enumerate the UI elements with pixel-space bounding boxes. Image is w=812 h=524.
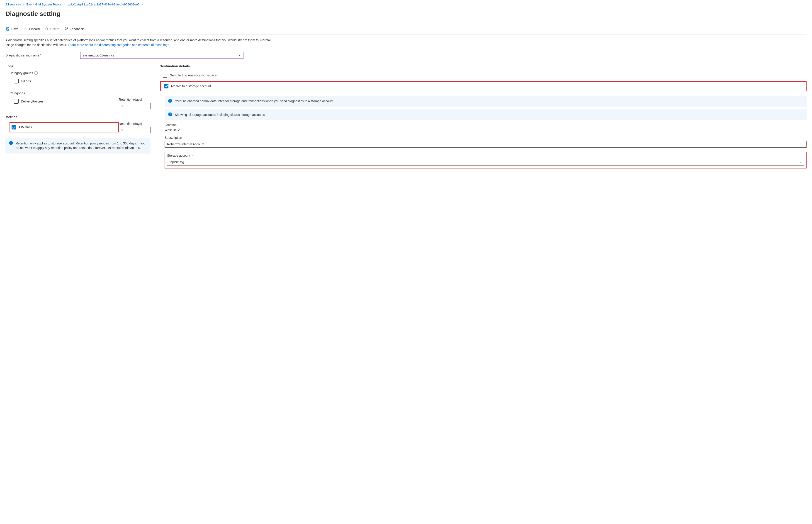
feedback-icon — [64, 27, 68, 31]
chevron-right-icon: › — [22, 3, 26, 6]
destination-heading: Destination details — [160, 64, 807, 68]
categories-label: Categories — [10, 92, 150, 95]
category-groups-label: Category groups — [10, 71, 33, 75]
close-icon — [23, 27, 28, 31]
allmetrics-checkbox[interactable] — [12, 125, 16, 130]
location-value: West US 2 — [165, 128, 807, 132]
logs-heading: Logs — [5, 64, 150, 68]
info-icon[interactable]: i — [34, 71, 38, 75]
deliveryfailures-checkbox[interactable] — [14, 99, 19, 104]
learn-more-link[interactable]: Learn more about the different log categ… — [68, 43, 169, 47]
breadcrumb-link-topic[interactable]: topic01stg-811a624a-8a77-437e-89de-dfeb5… — [67, 3, 139, 6]
allmetrics-label: AllMetrics — [18, 126, 32, 129]
retention-metrics-input[interactable] — [119, 127, 150, 133]
storage-label: Storage account * — [167, 154, 804, 157]
metrics-heading: Metrics — [5, 115, 150, 119]
retention-label: Retention (days) — [119, 98, 150, 101]
breadcrumb-link-all-services[interactable]: All services — [5, 3, 21, 6]
location-label: Location — [165, 123, 807, 127]
chevron-down-icon: ⌵ — [800, 161, 801, 164]
checkmark-icon: ✓ — [238, 53, 241, 57]
breadcrumb-link-event-grid[interactable]: Event Grid System Topics — [26, 3, 61, 6]
charge-info-text: You'll be charged normal data rates for … — [175, 99, 334, 103]
law-checkbox[interactable] — [163, 73, 167, 78]
alllogs-label: allLogs — [21, 79, 31, 83]
storage-select[interactable]: topic01stg ⌵ — [167, 159, 804, 165]
svg-point-0 — [65, 28, 66, 29]
delete-button: Delete — [44, 26, 60, 32]
description-text: A diagnostic setting specifies a list of… — [5, 38, 273, 47]
breadcrumb: All services › Event Grid System Topics … — [5, 3, 807, 6]
more-menu-icon[interactable]: ··· — [64, 12, 68, 16]
delete-icon — [45, 27, 49, 31]
save-icon — [6, 27, 10, 31]
retention-info-text: Retention only applies to storage accoun… — [16, 141, 147, 150]
deliveryfailures-label: DeliveryFailures — [21, 100, 44, 103]
subscription-label: Subscription — [165, 136, 807, 140]
feedback-button[interactable]: Feedback — [64, 26, 84, 32]
chevron-right-icon: › — [140, 3, 144, 6]
chevron-right-icon: › — [62, 3, 66, 6]
retention-delivery-input[interactable] — [119, 103, 150, 109]
chevron-down-icon: ⌵ — [802, 143, 804, 146]
archive-label: Archive to a storage account — [171, 84, 211, 88]
save-button[interactable]: Save — [5, 26, 19, 32]
alllogs-checkbox[interactable] — [14, 79, 19, 83]
info-icon: i — [168, 113, 172, 116]
discard-button[interactable]: Discard — [23, 26, 40, 32]
diagnostic-name-label: Diagnostic setting name* — [5, 53, 80, 57]
retention-metrics-label: Retention (days) — [119, 122, 150, 126]
info-icon: i — [9, 141, 13, 145]
law-label: Send to Log Analytics workspace — [170, 73, 216, 77]
info-icon: i — [168, 99, 172, 103]
page-title: Diagnostic setting — [5, 10, 61, 17]
diagnostic-name-input[interactable]: systemtopic01-metrics ✓ — [80, 52, 244, 59]
archive-checkbox[interactable] — [164, 84, 168, 88]
toolbar: Save Discard Delete Feedback — [5, 26, 807, 35]
showing-info-text: Showing all storage accounts including c… — [175, 113, 265, 117]
subscription-select[interactable]: Roberto's Internal Account ⌵ — [165, 141, 807, 148]
